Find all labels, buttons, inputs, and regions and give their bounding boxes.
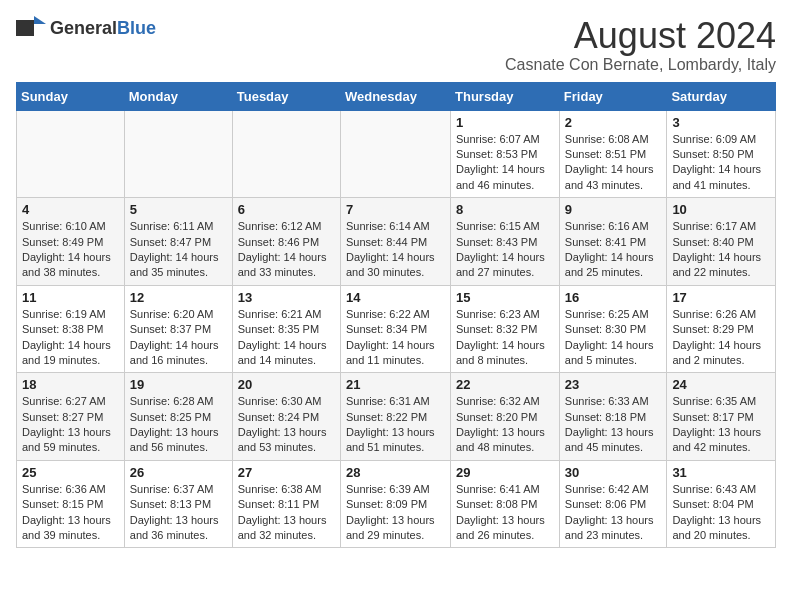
cell-content: Sunrise: 6:14 AM Sunset: 8:44 PM Dayligh…	[346, 219, 445, 281]
svg-marker-1	[34, 16, 46, 24]
calendar-cell	[17, 110, 125, 198]
cell-content: Sunrise: 6:37 AM Sunset: 8:13 PM Dayligh…	[130, 482, 227, 544]
calendar-cell: 8Sunrise: 6:15 AM Sunset: 8:43 PM Daylig…	[451, 198, 560, 286]
day-number: 5	[130, 202, 227, 217]
cell-content: Sunrise: 6:21 AM Sunset: 8:35 PM Dayligh…	[238, 307, 335, 369]
calendar-cell: 28Sunrise: 6:39 AM Sunset: 8:09 PM Dayli…	[340, 460, 450, 548]
day-header-tuesday: Tuesday	[232, 82, 340, 110]
calendar-cell: 31Sunrise: 6:43 AM Sunset: 8:04 PM Dayli…	[667, 460, 776, 548]
calendar-cell	[232, 110, 340, 198]
svg-rect-0	[16, 20, 34, 36]
cell-content: Sunrise: 6:19 AM Sunset: 8:38 PM Dayligh…	[22, 307, 119, 369]
header-row: SundayMondayTuesdayWednesdayThursdayFrid…	[17, 82, 776, 110]
calendar-cell: 14Sunrise: 6:22 AM Sunset: 8:34 PM Dayli…	[340, 285, 450, 373]
cell-content: Sunrise: 6:16 AM Sunset: 8:41 PM Dayligh…	[565, 219, 662, 281]
cell-content: Sunrise: 6:31 AM Sunset: 8:22 PM Dayligh…	[346, 394, 445, 456]
cell-content: Sunrise: 6:42 AM Sunset: 8:06 PM Dayligh…	[565, 482, 662, 544]
cell-content: Sunrise: 6:28 AM Sunset: 8:25 PM Dayligh…	[130, 394, 227, 456]
calendar-cell: 20Sunrise: 6:30 AM Sunset: 8:24 PM Dayli…	[232, 373, 340, 461]
calendar-cell: 29Sunrise: 6:41 AM Sunset: 8:08 PM Dayli…	[451, 460, 560, 548]
day-number: 7	[346, 202, 445, 217]
calendar-cell: 12Sunrise: 6:20 AM Sunset: 8:37 PM Dayli…	[124, 285, 232, 373]
calendar-cell: 27Sunrise: 6:38 AM Sunset: 8:11 PM Dayli…	[232, 460, 340, 548]
week-row-2: 4Sunrise: 6:10 AM Sunset: 8:49 PM Daylig…	[17, 198, 776, 286]
logo: General Blue	[16, 16, 156, 40]
day-number: 29	[456, 465, 554, 480]
cell-content: Sunrise: 6:35 AM Sunset: 8:17 PM Dayligh…	[672, 394, 770, 456]
cell-content: Sunrise: 6:26 AM Sunset: 8:29 PM Dayligh…	[672, 307, 770, 369]
calendar-table: SundayMondayTuesdayWednesdayThursdayFrid…	[16, 82, 776, 549]
calendar-cell: 13Sunrise: 6:21 AM Sunset: 8:35 PM Dayli…	[232, 285, 340, 373]
day-number: 31	[672, 465, 770, 480]
cell-content: Sunrise: 6:07 AM Sunset: 8:53 PM Dayligh…	[456, 132, 554, 194]
day-number: 17	[672, 290, 770, 305]
week-row-3: 11Sunrise: 6:19 AM Sunset: 8:38 PM Dayli…	[17, 285, 776, 373]
cell-content: Sunrise: 6:20 AM Sunset: 8:37 PM Dayligh…	[130, 307, 227, 369]
day-number: 25	[22, 465, 119, 480]
calendar-cell: 3Sunrise: 6:09 AM Sunset: 8:50 PM Daylig…	[667, 110, 776, 198]
day-number: 18	[22, 377, 119, 392]
day-number: 12	[130, 290, 227, 305]
calendar-cell	[340, 110, 450, 198]
day-number: 9	[565, 202, 662, 217]
calendar-cell: 25Sunrise: 6:36 AM Sunset: 8:15 PM Dayli…	[17, 460, 125, 548]
day-number: 11	[22, 290, 119, 305]
week-row-4: 18Sunrise: 6:27 AM Sunset: 8:27 PM Dayli…	[17, 373, 776, 461]
calendar-cell: 1Sunrise: 6:07 AM Sunset: 8:53 PM Daylig…	[451, 110, 560, 198]
day-number: 6	[238, 202, 335, 217]
logo-general: General	[50, 18, 117, 39]
cell-content: Sunrise: 6:41 AM Sunset: 8:08 PM Dayligh…	[456, 482, 554, 544]
cell-content: Sunrise: 6:27 AM Sunset: 8:27 PM Dayligh…	[22, 394, 119, 456]
day-number: 22	[456, 377, 554, 392]
calendar-cell: 15Sunrise: 6:23 AM Sunset: 8:32 PM Dayli…	[451, 285, 560, 373]
day-number: 24	[672, 377, 770, 392]
cell-content: Sunrise: 6:12 AM Sunset: 8:46 PM Dayligh…	[238, 219, 335, 281]
cell-content: Sunrise: 6:08 AM Sunset: 8:51 PM Dayligh…	[565, 132, 662, 194]
day-header-friday: Friday	[559, 82, 667, 110]
week-row-5: 25Sunrise: 6:36 AM Sunset: 8:15 PM Dayli…	[17, 460, 776, 548]
calendar-cell: 10Sunrise: 6:17 AM Sunset: 8:40 PM Dayli…	[667, 198, 776, 286]
calendar-cell: 24Sunrise: 6:35 AM Sunset: 8:17 PM Dayli…	[667, 373, 776, 461]
cell-content: Sunrise: 6:23 AM Sunset: 8:32 PM Dayligh…	[456, 307, 554, 369]
title-block: August 2024 Casnate Con Bernate, Lombard…	[505, 16, 776, 74]
cell-content: Sunrise: 6:43 AM Sunset: 8:04 PM Dayligh…	[672, 482, 770, 544]
calendar-cell: 16Sunrise: 6:25 AM Sunset: 8:30 PM Dayli…	[559, 285, 667, 373]
cell-content: Sunrise: 6:33 AM Sunset: 8:18 PM Dayligh…	[565, 394, 662, 456]
cell-content: Sunrise: 6:17 AM Sunset: 8:40 PM Dayligh…	[672, 219, 770, 281]
day-header-thursday: Thursday	[451, 82, 560, 110]
cell-content: Sunrise: 6:38 AM Sunset: 8:11 PM Dayligh…	[238, 482, 335, 544]
day-number: 27	[238, 465, 335, 480]
calendar-cell: 17Sunrise: 6:26 AM Sunset: 8:29 PM Dayli…	[667, 285, 776, 373]
day-number: 21	[346, 377, 445, 392]
calendar-cell: 30Sunrise: 6:42 AM Sunset: 8:06 PM Dayli…	[559, 460, 667, 548]
page-header: General Blue August 2024 Casnate Con Ber…	[16, 16, 776, 74]
cell-content: Sunrise: 6:22 AM Sunset: 8:34 PM Dayligh…	[346, 307, 445, 369]
calendar-cell: 7Sunrise: 6:14 AM Sunset: 8:44 PM Daylig…	[340, 198, 450, 286]
day-number: 16	[565, 290, 662, 305]
logo-icon	[16, 16, 46, 40]
day-header-saturday: Saturday	[667, 82, 776, 110]
day-number: 26	[130, 465, 227, 480]
calendar-cell	[124, 110, 232, 198]
day-header-monday: Monday	[124, 82, 232, 110]
day-number: 30	[565, 465, 662, 480]
day-number: 14	[346, 290, 445, 305]
calendar-cell: 5Sunrise: 6:11 AM Sunset: 8:47 PM Daylig…	[124, 198, 232, 286]
day-number: 23	[565, 377, 662, 392]
calendar-cell: 26Sunrise: 6:37 AM Sunset: 8:13 PM Dayli…	[124, 460, 232, 548]
calendar-cell: 23Sunrise: 6:33 AM Sunset: 8:18 PM Dayli…	[559, 373, 667, 461]
day-number: 3	[672, 115, 770, 130]
location-title: Casnate Con Bernate, Lombardy, Italy	[505, 56, 776, 74]
week-row-1: 1Sunrise: 6:07 AM Sunset: 8:53 PM Daylig…	[17, 110, 776, 198]
calendar-cell: 9Sunrise: 6:16 AM Sunset: 8:41 PM Daylig…	[559, 198, 667, 286]
calendar-cell: 22Sunrise: 6:32 AM Sunset: 8:20 PM Dayli…	[451, 373, 560, 461]
month-title: August 2024	[505, 16, 776, 56]
day-number: 20	[238, 377, 335, 392]
logo-blue: Blue	[117, 18, 156, 39]
day-number: 4	[22, 202, 119, 217]
cell-content: Sunrise: 6:15 AM Sunset: 8:43 PM Dayligh…	[456, 219, 554, 281]
cell-content: Sunrise: 6:25 AM Sunset: 8:30 PM Dayligh…	[565, 307, 662, 369]
day-header-wednesday: Wednesday	[340, 82, 450, 110]
day-number: 28	[346, 465, 445, 480]
cell-content: Sunrise: 6:32 AM Sunset: 8:20 PM Dayligh…	[456, 394, 554, 456]
